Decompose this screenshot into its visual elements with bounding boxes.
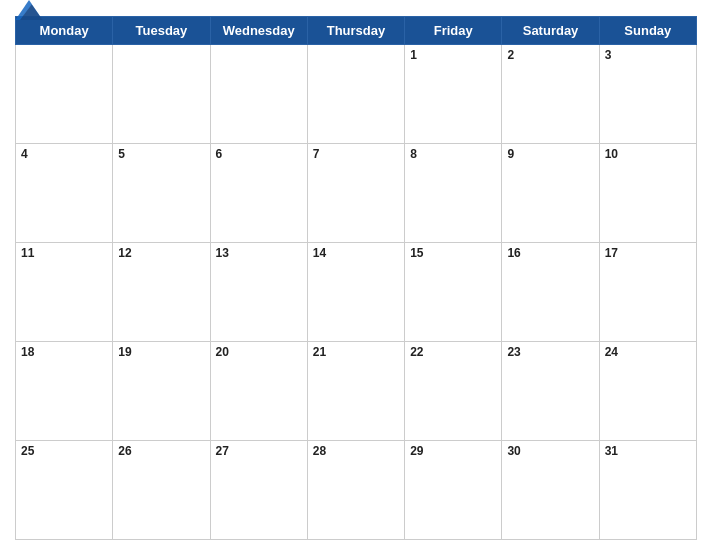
calendar-cell: 12 (113, 243, 210, 342)
calendar-cell: 27 (210, 441, 307, 540)
calendar-cell: 7 (307, 144, 404, 243)
calendar-cell: 17 (599, 243, 696, 342)
calendar-cell: 16 (502, 243, 599, 342)
day-number: 17 (605, 246, 618, 260)
calendar-cell: 20 (210, 342, 307, 441)
calendar-cell (210, 45, 307, 144)
calendar-cell: 9 (502, 144, 599, 243)
calendar-cell: 10 (599, 144, 696, 243)
calendar-cell: 6 (210, 144, 307, 243)
day-number: 30 (507, 444, 520, 458)
calendar-cell: 19 (113, 342, 210, 441)
day-number: 21 (313, 345, 326, 359)
day-number: 18 (21, 345, 34, 359)
calendar-cell: 26 (113, 441, 210, 540)
calendar-cell: 23 (502, 342, 599, 441)
day-number: 9 (507, 147, 514, 161)
week-row-3: 11121314151617 (16, 243, 697, 342)
day-number: 2 (507, 48, 514, 62)
calendar-cell: 25 (16, 441, 113, 540)
weekday-header-tuesday: Tuesday (113, 17, 210, 45)
day-number: 28 (313, 444, 326, 458)
day-number: 1 (410, 48, 417, 62)
calendar-cell: 4 (16, 144, 113, 243)
logo-icon (15, 0, 43, 20)
day-number: 5 (118, 147, 125, 161)
weekday-header-sunday: Sunday (599, 17, 696, 45)
calendar-cell: 18 (16, 342, 113, 441)
calendar-cell (307, 45, 404, 144)
day-number: 25 (21, 444, 34, 458)
calendar-cell: 14 (307, 243, 404, 342)
day-number: 23 (507, 345, 520, 359)
calendar-cell: 13 (210, 243, 307, 342)
day-number: 29 (410, 444, 423, 458)
weekday-header-friday: Friday (405, 17, 502, 45)
day-number: 22 (410, 345, 423, 359)
day-number: 19 (118, 345, 131, 359)
day-number: 10 (605, 147, 618, 161)
calendar-cell: 8 (405, 144, 502, 243)
day-number: 14 (313, 246, 326, 260)
day-number: 26 (118, 444, 131, 458)
calendar-cell: 24 (599, 342, 696, 441)
day-number: 20 (216, 345, 229, 359)
week-row-5: 25262728293031 (16, 441, 697, 540)
logo (15, 0, 46, 20)
day-number: 6 (216, 147, 223, 161)
calendar-cell: 15 (405, 243, 502, 342)
day-number: 8 (410, 147, 417, 161)
weekday-header-wednesday: Wednesday (210, 17, 307, 45)
calendar-cell: 1 (405, 45, 502, 144)
calendar-cell: 21 (307, 342, 404, 441)
calendar-cell: 29 (405, 441, 502, 540)
calendar-cell: 28 (307, 441, 404, 540)
calendar-cell: 31 (599, 441, 696, 540)
calendar-cell: 11 (16, 243, 113, 342)
calendar-cell: 5 (113, 144, 210, 243)
week-row-2: 45678910 (16, 144, 697, 243)
calendar-cell: 30 (502, 441, 599, 540)
day-number: 3 (605, 48, 612, 62)
calendar-table: MondayTuesdayWednesdayThursdayFridaySatu… (15, 16, 697, 540)
calendar-cell (16, 45, 113, 144)
day-number: 11 (21, 246, 34, 260)
day-number: 24 (605, 345, 618, 359)
day-number: 31 (605, 444, 618, 458)
day-number: 27 (216, 444, 229, 458)
weekday-header-saturday: Saturday (502, 17, 599, 45)
calendar-cell: 3 (599, 45, 696, 144)
calendar-cell (113, 45, 210, 144)
calendar-cell: 2 (502, 45, 599, 144)
day-number: 12 (118, 246, 131, 260)
calendar-cell: 22 (405, 342, 502, 441)
day-number: 4 (21, 147, 28, 161)
day-number: 7 (313, 147, 320, 161)
weekday-header-thursday: Thursday (307, 17, 404, 45)
day-number: 15 (410, 246, 423, 260)
week-row-4: 18192021222324 (16, 342, 697, 441)
day-number: 16 (507, 246, 520, 260)
day-number: 13 (216, 246, 229, 260)
weekday-header-monday: Monday (16, 17, 113, 45)
week-row-1: 123 (16, 45, 697, 144)
weekday-header-row: MondayTuesdayWednesdayThursdayFridaySatu… (16, 17, 697, 45)
